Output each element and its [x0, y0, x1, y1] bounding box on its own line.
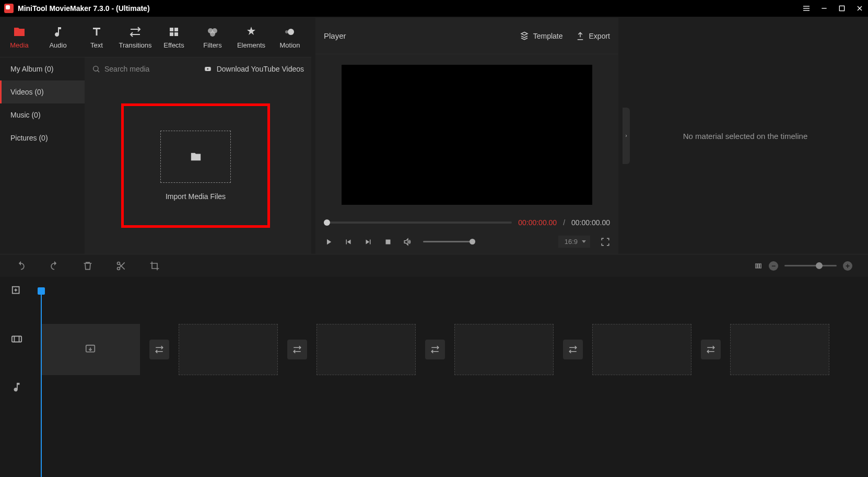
ribbon-elements[interactable]: Elements	[232, 18, 271, 57]
next-frame-icon[interactable]	[363, 237, 373, 247]
svg-rect-10	[174, 32, 178, 36]
ribbon-text-label: Text	[90, 41, 103, 49]
stop-icon[interactable]	[383, 237, 393, 247]
minimize-icon[interactable]	[820, 4, 828, 13]
folder-icon	[13, 26, 26, 38]
template-icon	[520, 31, 529, 41]
import-dropzone[interactable]	[160, 131, 231, 183]
transition-slot[interactable]	[563, 340, 583, 359]
play-icon[interactable]	[324, 237, 333, 247]
svg-rect-26	[760, 264, 761, 268]
playhead[interactable]	[41, 287, 42, 477]
timeline	[0, 277, 868, 477]
time-sep: /	[563, 218, 565, 227]
svg-rect-19	[386, 239, 391, 244]
transition-icon	[430, 345, 440, 354]
sidebar-music[interactable]: Music (0)	[0, 103, 85, 126]
import-clip-icon	[85, 344, 96, 355]
ribbon: Media Audio Text Transitions Effects Fil…	[0, 18, 311, 57]
player-title: Player	[324, 31, 346, 40]
scrubber-handle[interactable]	[324, 219, 330, 226]
delete-icon[interactable]	[83, 261, 93, 271]
titlebar: MiniTool MovieMaker 7.3.0 - (Ultimate)	[0, 0, 868, 17]
ribbon-motion[interactable]: Motion	[271, 18, 309, 57]
zoom-handle[interactable]	[816, 262, 823, 269]
undo-icon[interactable]	[16, 261, 26, 271]
close-icon[interactable]	[855, 4, 864, 13]
svg-rect-30	[12, 336, 21, 342]
ribbon-transitions[interactable]: Transitions	[116, 18, 155, 57]
svg-point-15	[285, 30, 288, 33]
fit-icon[interactable]	[754, 262, 763, 270]
clip-slot[interactable]	[316, 324, 416, 375]
ribbon-media[interactable]: Media	[0, 18, 39, 57]
volume-slider[interactable]	[423, 241, 475, 242]
ribbon-effects[interactable]: Effects	[155, 18, 193, 57]
ribbon-text[interactable]: Text	[77, 18, 116, 57]
aspect-ratio-select[interactable]: 16:9	[558, 236, 590, 248]
clip-slot[interactable]	[41, 324, 140, 375]
prev-frame-icon[interactable]	[344, 237, 353, 247]
empty-state: No material selected on the timeline	[683, 132, 807, 141]
media-sidebar: My Album (0) Videos (0) Music (0) Pictur…	[0, 57, 85, 254]
svg-point-13	[210, 31, 215, 37]
video-preview[interactable]	[342, 65, 592, 205]
text-icon	[90, 26, 103, 38]
download-label: Download YouTube Videos	[217, 65, 304, 73]
svg-rect-24	[756, 264, 757, 268]
zoom-out-button[interactable]: −	[769, 261, 778, 271]
export-label: Export	[589, 32, 610, 40]
svg-rect-7	[170, 28, 173, 31]
app-logo	[4, 4, 14, 13]
export-button[interactable]: Export	[576, 31, 610, 41]
ribbon-filters[interactable]: Filters	[193, 18, 232, 57]
zoom-slider[interactable]	[784, 265, 837, 266]
hamburger-icon[interactable]	[802, 4, 811, 13]
time-current: 00:00:00.00	[518, 218, 557, 227]
split-icon[interactable]	[116, 261, 126, 271]
volume-icon[interactable]	[403, 237, 413, 247]
time-total: 00:00:00.00	[571, 218, 610, 227]
transition-slot[interactable]	[425, 340, 445, 359]
sidebar-videos[interactable]: Videos (0)	[0, 80, 85, 103]
template-label: Template	[533, 32, 563, 40]
redo-icon[interactable]	[49, 261, 60, 271]
youtube-icon	[203, 65, 213, 73]
zoom-in-button[interactable]: +	[843, 261, 852, 271]
volume-handle[interactable]	[470, 239, 475, 245]
ribbon-media-label: Media	[10, 41, 28, 49]
scrubber-track[interactable]	[324, 222, 512, 224]
crop-icon[interactable]	[149, 261, 160, 271]
search-input[interactable]	[104, 65, 197, 73]
search-icon	[92, 65, 100, 73]
maximize-icon[interactable]	[838, 4, 846, 13]
export-icon	[576, 31, 585, 41]
ribbon-audio[interactable]: Audio	[39, 18, 77, 57]
template-button[interactable]: Template	[520, 31, 563, 41]
fullscreen-icon[interactable]	[601, 237, 610, 247]
svg-rect-25	[758, 264, 759, 268]
transition-slot[interactable]	[287, 340, 307, 359]
app-title: MiniTool MovieMaker 7.3.0 - (Ultimate)	[18, 4, 150, 13]
transition-slot[interactable]	[701, 340, 721, 359]
clip-slot[interactable]	[454, 324, 554, 375]
import-highlight: Import Media Files	[121, 103, 270, 228]
svg-rect-8	[174, 28, 178, 31]
ribbon-filters-label: Filters	[203, 41, 221, 49]
clip-slot[interactable]	[592, 324, 691, 375]
clip-slot[interactable]	[730, 324, 829, 375]
sidebar-myalbum[interactable]: My Album (0)	[0, 57, 85, 80]
sidebar-pictures[interactable]: Pictures (0)	[0, 126, 85, 149]
collapse-handle[interactable]	[623, 108, 630, 164]
transition-icon	[292, 345, 302, 354]
clip-slot[interactable]	[179, 324, 278, 375]
video-track-icon[interactable]	[11, 333, 22, 345]
transition-slot[interactable]	[149, 340, 169, 359]
ribbon-audio-label: Audio	[49, 41, 66, 49]
elements-icon	[245, 26, 257, 38]
player-panel: Player Template Export 00:00:00.00 / 00:…	[315, 18, 618, 254]
filters-icon	[206, 26, 219, 38]
add-track-icon[interactable]	[11, 285, 22, 297]
download-youtube-button[interactable]: Download YouTube Videos	[203, 65, 304, 73]
audio-track-icon[interactable]	[11, 381, 22, 393]
